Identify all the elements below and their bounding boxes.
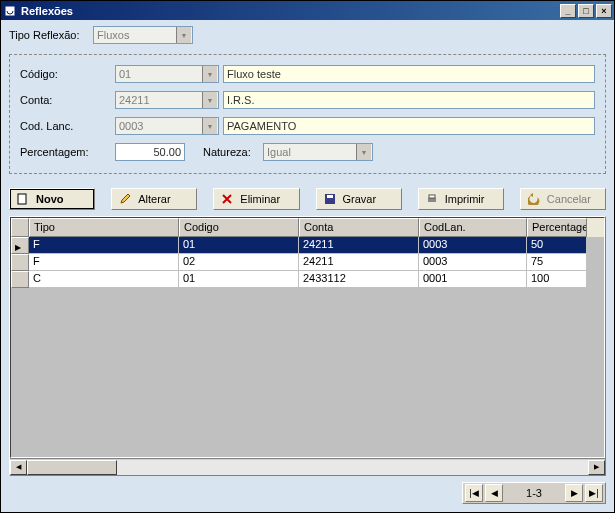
svg-rect-5 — [429, 195, 435, 198]
minimize-button[interactable]: _ — [560, 4, 576, 18]
codigo-desc[interactable]: Fluxo teste — [223, 65, 595, 83]
form-fieldset: Código: 01 ▼ Fluxo teste Conta: 24211 ▼ … — [9, 54, 606, 174]
novo-button[interactable]: Novo — [9, 188, 95, 210]
col-header-codigo[interactable]: Codigo — [179, 218, 299, 237]
natureza-combo[interactable]: Igual ▼ — [263, 143, 373, 161]
tipo-reflexao-combo[interactable]: Fluxos ▼ — [93, 26, 193, 44]
codigo-value: 01 — [119, 68, 131, 80]
cell-conta[interactable]: 2433112 — [299, 271, 419, 288]
alterar-button[interactable]: Alterar — [111, 188, 197, 210]
cell-codigo[interactable]: 02 — [179, 254, 299, 271]
col-header-conta[interactable]: Conta — [299, 218, 419, 237]
tipo-reflexao-value: Fluxos — [97, 29, 129, 41]
window: Reflexões _ □ × Tipo Reflexão: Fluxos ▼ … — [0, 0, 615, 513]
cell-tipo[interactable]: F — [29, 237, 179, 254]
cell-tipo[interactable]: F — [29, 254, 179, 271]
nav-range: 1-3 — [504, 487, 564, 499]
table-row[interactable]: C0124331120001100 — [11, 271, 604, 288]
col-header-codlan[interactable]: CodLan. — [419, 218, 527, 237]
nav-last-button[interactable]: ▶| — [585, 484, 603, 502]
row-header[interactable] — [11, 237, 29, 254]
codigo-label: Código: — [20, 68, 115, 80]
toolbar: Novo Alterar Eliminar Gravar Imprimir Ca… — [9, 188, 606, 210]
tipo-reflexao-row: Tipo Reflexão: Fluxos ▼ — [9, 26, 606, 44]
row-header-corner — [11, 218, 29, 237]
svg-rect-4 — [428, 198, 436, 202]
codigo-combo[interactable]: 01 ▼ — [115, 65, 219, 83]
chevron-down-icon: ▼ — [176, 27, 191, 43]
svg-rect-1 — [18, 194, 26, 204]
nav-first-button[interactable]: |◀ — [465, 484, 483, 502]
undo-icon — [527, 192, 541, 206]
cell-codigo[interactable]: 01 — [179, 237, 299, 254]
tipo-reflexao-label: Tipo Reflexão: — [9, 29, 87, 41]
scrollbar-track[interactable] — [27, 460, 588, 475]
natureza-value: Igual — [267, 146, 291, 158]
percentagem-input[interactable]: 50.00 — [115, 143, 185, 161]
conta-combo[interactable]: 24211 ▼ — [115, 91, 219, 109]
eliminar-button[interactable]: Eliminar — [213, 188, 299, 210]
new-icon — [16, 192, 30, 206]
gravar-button[interactable]: Gravar — [316, 188, 402, 210]
window-title: Reflexões — [21, 5, 560, 17]
codlanc-label: Cod. Lanc. — [20, 120, 115, 132]
nav-prev-button[interactable]: ◀ — [485, 484, 503, 502]
codlanc-combo[interactable]: 0003 ▼ — [115, 117, 219, 135]
record-navigator: |◀ ◀ 1-3 ▶ ▶| — [9, 482, 606, 504]
grid-body: F0124211000350F0224211000375C01243311200… — [11, 237, 604, 288]
conta-label: Conta: — [20, 94, 115, 106]
horizontal-scrollbar[interactable]: ◀ ▶ — [10, 458, 605, 475]
chevron-down-icon: ▼ — [202, 118, 217, 134]
row-header[interactable] — [11, 254, 29, 271]
cell-tipo[interactable]: C — [29, 271, 179, 288]
cell-conta[interactable]: 24211 — [299, 254, 419, 271]
nav-next-button[interactable]: ▶ — [565, 484, 583, 502]
scroll-right-button[interactable]: ▶ — [588, 460, 605, 475]
imprimir-button[interactable]: Imprimir — [418, 188, 504, 210]
conta-value: 24211 — [119, 94, 150, 106]
col-header-tipo[interactable]: Tipo — [29, 218, 179, 237]
cell-codlan[interactable]: 0001 — [419, 271, 527, 288]
grid-header: Tipo Codigo Conta CodLan. Percentage — [11, 218, 604, 237]
delete-icon — [220, 192, 234, 206]
row-header[interactable] — [11, 271, 29, 288]
data-grid: Tipo Codigo Conta CodLan. Percentage F01… — [9, 216, 606, 476]
save-icon — [323, 192, 337, 206]
edit-icon — [118, 192, 132, 206]
scroll-left-button[interactable]: ◀ — [10, 460, 27, 475]
codlanc-desc[interactable]: PAGAMENTO — [223, 117, 595, 135]
cell-conta[interactable]: 24211 — [299, 237, 419, 254]
print-icon — [425, 192, 439, 206]
chevron-down-icon: ▼ — [202, 92, 217, 108]
table-row[interactable]: F0124211000350 — [11, 237, 604, 254]
chevron-down-icon: ▼ — [202, 66, 217, 82]
natureza-label: Natureza: — [203, 146, 263, 158]
maximize-button[interactable]: □ — [578, 4, 594, 18]
percentagem-label: Percentagem: — [20, 146, 115, 158]
title-bar: Reflexões _ □ × — [1, 1, 614, 20]
client-area: Tipo Reflexão: Fluxos ▼ Código: 01 ▼ Flu… — [1, 20, 614, 512]
cell-codigo[interactable]: 01 — [179, 271, 299, 288]
col-header-percent[interactable]: Percentage — [527, 218, 587, 237]
codlanc-value: 0003 — [119, 120, 143, 132]
conta-desc[interactable]: I.R.S. — [223, 91, 595, 109]
cancelar-button[interactable]: Cancelar — [520, 188, 606, 210]
cell-percent[interactable]: 100 — [527, 271, 587, 288]
close-button[interactable]: × — [596, 4, 612, 18]
chevron-down-icon: ▼ — [356, 144, 371, 160]
scrollbar-thumb[interactable] — [27, 460, 117, 475]
cell-codlan[interactable]: 0003 — [419, 237, 527, 254]
cell-percent[interactable]: 50 — [527, 237, 587, 254]
svg-rect-3 — [327, 195, 333, 198]
table-row[interactable]: F0224211000375 — [11, 254, 604, 271]
app-icon — [3, 4, 17, 18]
cell-percent[interactable]: 75 — [527, 254, 587, 271]
cell-codlan[interactable]: 0003 — [419, 254, 527, 271]
